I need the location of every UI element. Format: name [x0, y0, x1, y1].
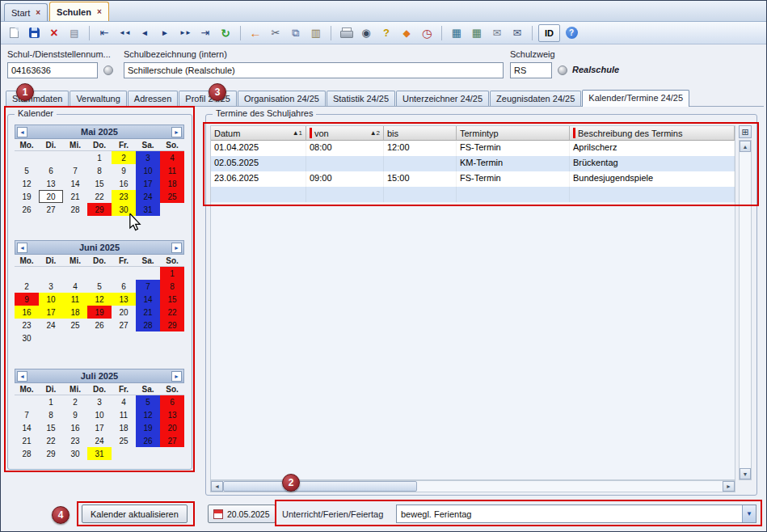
day-cell[interactable]: 18	[63, 306, 87, 319]
day-cell[interactable]: 24	[87, 434, 112, 447]
day-cell[interactable]: 15	[39, 421, 63, 434]
day-cell[interactable]: 16	[15, 306, 39, 319]
day-cell[interactable]: 24	[39, 319, 63, 331]
school-branch-status-lamp[interactable]	[558, 65, 567, 75]
prev-month-icon[interactable]: ◄	[17, 243, 27, 253]
fast-back-icon[interactable]: ◄◄	[116, 24, 133, 42]
day-cell[interactable]: 13	[112, 293, 136, 306]
prev-month-icon[interactable]: ◄	[17, 127, 27, 137]
ferientag-select[interactable]: bewegl. Ferientag ▼	[396, 505, 756, 523]
day-cell[interactable]: 16	[112, 177, 136, 190]
day-cell[interactable]: 4	[63, 280, 87, 293]
back-record-icon[interactable]: ◄	[136, 24, 154, 42]
day-cell[interactable]: 11	[160, 164, 184, 177]
day-cell[interactable]: 7	[136, 280, 160, 293]
day-cell[interactable]: 19	[15, 190, 39, 203]
tab-kalender-termine-24-25[interactable]: Kalender/Termine 24/25	[582, 90, 689, 107]
day-cell[interactable]: 13	[39, 177, 63, 190]
day-cell[interactable]: 22	[87, 190, 112, 203]
day-cell[interactable]: 18	[160, 177, 184, 190]
scroll-up-icon[interactable]: ▲	[740, 141, 751, 152]
day-cell[interactable]: 5	[136, 395, 160, 408]
day-cell[interactable]: 4	[160, 151, 184, 164]
last-record-icon[interactable]: ⇥	[196, 24, 214, 42]
day-cell[interactable]: 20	[160, 421, 184, 434]
day-cell[interactable]: 14	[63, 177, 87, 190]
day-cell[interactable]: 25	[160, 190, 184, 203]
tab-statistik-24-25[interactable]: Statistik 24/25	[327, 91, 395, 106]
column-header-datum[interactable]: Datum▲1	[211, 126, 306, 141]
day-cell[interactable]: 17	[87, 421, 112, 434]
table-row[interactable]	[211, 187, 735, 202]
day-cell[interactable]: 26	[15, 203, 39, 216]
day-cell[interactable]: 12	[15, 177, 39, 190]
scroll-down-icon[interactable]: ▼	[740, 468, 751, 479]
day-cell[interactable]: 6	[112, 280, 136, 293]
table-row[interactable]: 02.05.2025KM-TerminBrückentag	[211, 156, 735, 171]
day-cell[interactable]: 2	[112, 151, 136, 164]
day-cell[interactable]: 10	[136, 164, 160, 177]
school-number-status-lamp[interactable]	[103, 65, 113, 75]
tab-adressen[interactable]: Adressen	[128, 91, 178, 106]
day-cell[interactable]: 21	[15, 434, 39, 447]
day-cell[interactable]: 15	[87, 177, 112, 190]
scroll-left-icon[interactable]: ◄	[211, 481, 223, 492]
day-cell[interactable]: 3	[87, 395, 112, 408]
announce-icon[interactable]: ◆	[398, 24, 415, 42]
school-branch-input[interactable]	[510, 62, 552, 78]
day-cell[interactable]: 9	[15, 293, 39, 306]
column-header-termintyp[interactable]: Termintyp	[457, 126, 570, 141]
day-cell[interactable]: 8	[87, 164, 112, 177]
day-cell[interactable]: 22	[39, 434, 63, 447]
paste-icon[interactable]: ▥	[307, 24, 325, 42]
first-record-icon[interactable]: ⇤	[95, 24, 113, 42]
day-cell[interactable]: 29	[87, 203, 112, 216]
day-cell[interactable]: 7	[15, 408, 39, 421]
day-cell[interactable]: 29	[39, 447, 63, 460]
prev-month-icon[interactable]: ◄	[17, 371, 27, 382]
day-cell[interactable]: 19	[136, 421, 160, 434]
day-cell[interactable]: 6	[160, 395, 184, 408]
day-cell[interactable]: 20	[112, 306, 136, 319]
school-building-icon[interactable]: ▦	[448, 24, 466, 42]
day-cell[interactable]: 23	[112, 190, 136, 203]
column-header-beschreibung-des-termins[interactable]: Beschreibung des Termins	[570, 126, 735, 141]
day-cell[interactable]: 9	[63, 408, 87, 421]
day-cell[interactable]: 25	[63, 319, 87, 331]
doc-tab-start[interactable]: Start×	[4, 3, 48, 21]
day-cell[interactable]: 17	[136, 177, 160, 190]
day-cell[interactable]: 17	[39, 306, 63, 319]
day-cell[interactable]: 23	[63, 434, 87, 447]
tab-verwaltung[interactable]: Verwaltung	[70, 91, 126, 106]
schools-group-icon[interactable]: ▦	[468, 24, 486, 42]
day-cell[interactable]: 25	[112, 434, 136, 447]
day-cell[interactable]: 1	[39, 395, 63, 408]
day-cell[interactable]: 4	[112, 395, 136, 408]
day-cell[interactable]: 12	[136, 408, 160, 421]
help-icon[interactable]: ?	[563, 24, 580, 42]
day-cell[interactable]: 26	[87, 319, 112, 331]
day-cell[interactable]: 1	[160, 267, 184, 280]
copy-icon[interactable]: ⧉	[287, 24, 305, 42]
scrollbar-thumb[interactable]	[223, 481, 417, 492]
day-cell[interactable]: 13	[160, 408, 184, 421]
preview-icon[interactable]: ◉	[357, 24, 375, 42]
day-cell[interactable]: 24	[136, 190, 160, 203]
day-cell[interactable]: 3	[39, 280, 63, 293]
school-number-input[interactable]	[7, 62, 98, 78]
day-cell[interactable]: 1	[87, 151, 112, 164]
vertical-scrollbar[interactable]: ▲ ▼	[739, 140, 752, 480]
mail-all-icon[interactable]: ✉	[508, 24, 526, 42]
update-calendar-button[interactable]: Kalender aktualisieren	[82, 505, 188, 523]
table-row[interactable]: 01.04.202508:0012:00FS-TerminAprilscherz	[211, 141, 735, 156]
day-cell[interactable]: 23	[15, 319, 39, 331]
delete-icon[interactable]: ×	[45, 24, 63, 42]
day-cell[interactable]: 28	[136, 319, 160, 331]
day-cell[interactable]: 2	[63, 395, 87, 408]
next-record-icon[interactable]: ►	[156, 24, 174, 42]
save-icon[interactable]	[25, 24, 43, 42]
day-cell[interactable]: 21	[136, 306, 160, 319]
cut-icon[interactable]: ✂	[267, 24, 284, 42]
day-cell[interactable]: 27	[39, 203, 63, 216]
day-cell[interactable]: 31	[87, 447, 112, 460]
